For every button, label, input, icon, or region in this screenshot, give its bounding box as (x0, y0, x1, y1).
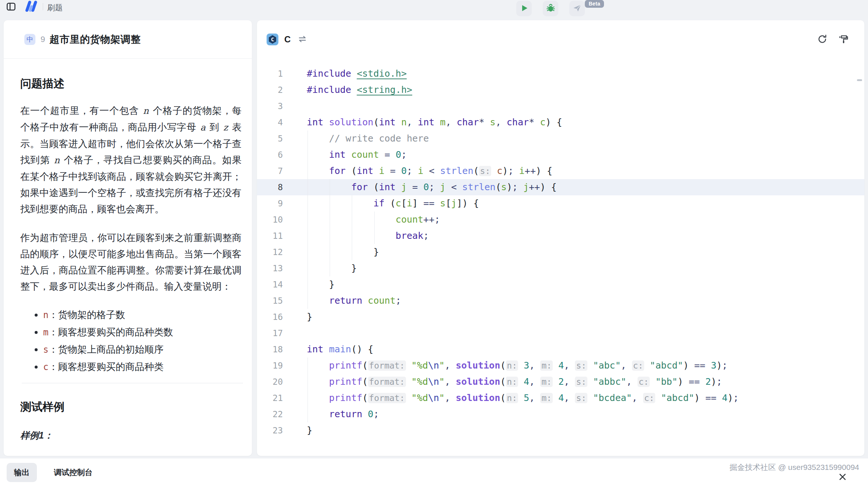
close-button[interactable] (838, 472, 847, 482)
indent-guide (330, 195, 330, 212)
line-number: 7 (257, 163, 283, 179)
line-number: 16 (257, 309, 283, 325)
code-line-text: int count = 0; (307, 147, 407, 163)
samples-heading: 测试样例 (20, 399, 242, 415)
code-line-text: int main() { (307, 341, 374, 357)
indent-guide (308, 260, 308, 276)
code-row[interactable]: 10 count++; (257, 212, 864, 228)
code-line-text: } (307, 309, 312, 325)
submit-button[interactable]: Beta (569, 1, 585, 16)
app-logo[interactable] (24, 0, 39, 12)
problem-paragraphs: 在一个超市里，有一个包含 n 个格子的货物架，每个格子中放有一种商品，商品用小写… (20, 102, 242, 294)
code-row[interactable]: 17 (257, 325, 864, 341)
code-row[interactable]: 18int main() { (257, 341, 864, 357)
code-line-text: return count; (307, 293, 401, 309)
run-button[interactable] (516, 1, 532, 16)
code-row[interactable]: 6 int count = 0; (257, 147, 864, 163)
indent-guide (308, 406, 308, 422)
topbar: 刷题 (0, 0, 868, 18)
indent-guide (308, 228, 308, 244)
line-number: 9 (257, 195, 283, 212)
indent-guide (308, 163, 308, 179)
code-line-text: printf(format: "%d\n", solution(n: 5, m:… (307, 390, 739, 406)
line-number: 8 (257, 179, 283, 195)
line-number: 22 (257, 406, 283, 422)
variable-name: c (43, 362, 48, 372)
code-line-text: #include <stdio.h> (307, 66, 407, 82)
code-row[interactable]: 22 return 0; (257, 406, 864, 422)
variable-item: n：货物架的格子数 (43, 309, 242, 321)
sample1-label: 样例1： (20, 429, 242, 442)
code-row[interactable]: 13 } (257, 260, 864, 276)
line-number: 3 (257, 98, 283, 114)
watermark: 掘金技术社区 @ user9352315990094 (729, 462, 859, 472)
editor-panel: C C (257, 20, 864, 456)
panel-left-icon (6, 7, 16, 13)
problem-paragraph: 在一个超市里，有一个包含 n 个格子的货物架，每个格子中放有一种商品，商品用小写… (20, 102, 242, 217)
indent-guide (352, 195, 352, 212)
code-row[interactable]: 19 printf(format: "%d\n", solution(n: 3,… (257, 357, 864, 374)
language-selector[interactable]: C C (267, 34, 308, 45)
language-label: C (284, 34, 291, 45)
indent-guide (352, 228, 352, 244)
problem-body: 问题描述 在一个超市里，有一个包含 n 个格子的货物架，每个格子中放有一种商品，… (4, 76, 252, 442)
indent-guide (308, 179, 308, 195)
indent-guide (308, 390, 308, 406)
code-row[interactable]: 20 printf(format: "%d\n", solution(n: 4,… (257, 374, 864, 390)
code-row[interactable]: 14 } (257, 276, 864, 293)
line-number: 15 (257, 293, 283, 309)
indent-guide (308, 244, 308, 260)
line-number: 11 (257, 228, 283, 244)
code-row[interactable]: 8 for (int j = 0; j < strlen(s); j++) { (257, 179, 864, 195)
bottom-bar: 输出 调试控制台 掘金技术社区 @ user9352315990094 (0, 458, 868, 485)
code-row[interactable]: 11 break; (257, 228, 864, 244)
code-row[interactable]: 4int solution(int n, int m, char* s, cha… (257, 114, 864, 130)
code-row[interactable]: 5 // write code here (257, 130, 864, 147)
code-editor[interactable]: 1#include <stdio.h>2#include <string.h>3… (257, 59, 864, 439)
variable-name: m (43, 327, 48, 338)
debug-button[interactable] (543, 1, 558, 16)
difficulty-badge: 中 (24, 34, 35, 45)
code-line-text: return 0; (307, 406, 379, 422)
tab-debug-console[interactable]: 调试控制台 (46, 463, 100, 482)
editor-tools (817, 33, 849, 46)
svg-text:C: C (271, 36, 274, 42)
format-code-button[interactable] (837, 33, 849, 46)
code-row[interactable]: 1#include <stdio.h> (257, 66, 864, 82)
format-paint-icon (837, 40, 849, 46)
indent-guide (308, 276, 308, 293)
code-row[interactable]: 23} (257, 422, 864, 439)
line-number: 21 (257, 390, 283, 406)
code-row[interactable]: 9 if (c[i] == s[j]) { (257, 195, 864, 212)
code-line-text: #include <string.h> (307, 82, 412, 98)
tab-output[interactable]: 输出 (7, 463, 37, 482)
c-language-icon: C (267, 34, 278, 45)
line-number: 19 (257, 357, 283, 374)
scrollbar-marker[interactable] (857, 79, 862, 81)
math-variable: n (142, 106, 150, 116)
indent-guide (352, 212, 352, 228)
code-row[interactable]: 2#include <string.h> (257, 82, 864, 98)
code-row[interactable]: 16} (257, 309, 864, 325)
code-row[interactable]: 21 printf(format: "%d\n", solution(n: 5,… (257, 390, 864, 406)
code-row[interactable]: 7 for (int i = 0; i < strlen(s: c); i++)… (257, 163, 864, 179)
code-row[interactable]: 12 } (257, 244, 864, 260)
code-line-text: int solution(int n, int m, char* s, char… (307, 114, 562, 130)
indent-guide (374, 228, 375, 244)
variable-name: n (43, 310, 48, 320)
line-number: 20 (257, 374, 283, 390)
line-number: 18 (257, 341, 283, 357)
sidebar-toggle-button[interactable] (6, 1, 16, 12)
editor-header: C C (257, 20, 864, 59)
code-line-text: printf(format: "%d\n", solution(n: 3, m:… (307, 357, 728, 374)
code-row[interactable]: 15 return count; (257, 293, 864, 309)
beta-badge: Beta (585, 0, 604, 8)
code-line-text: } (307, 260, 357, 276)
reset-code-button[interactable] (817, 34, 828, 46)
line-number: 14 (257, 276, 283, 293)
code-line-text: } (307, 422, 312, 439)
code-lines: 1#include <stdio.h>2#include <string.h>3… (257, 66, 864, 439)
switch-language-button[interactable] (297, 34, 308, 45)
code-row[interactable]: 3 (257, 98, 864, 114)
console-tabs: 输出 调试控制台 (7, 463, 100, 482)
